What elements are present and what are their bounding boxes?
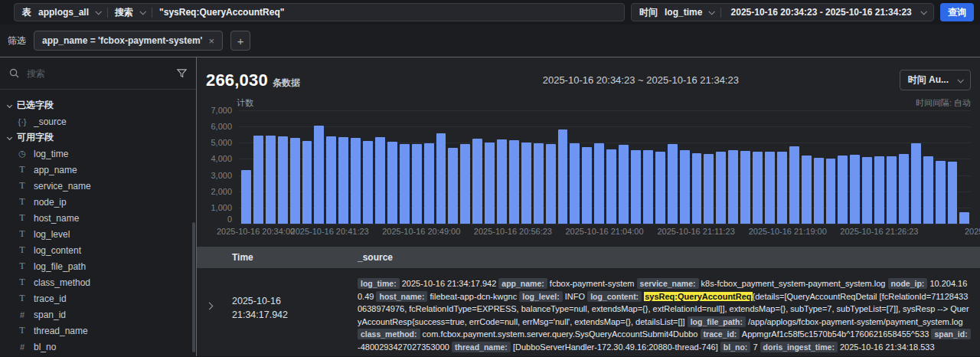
chart-bar[interactable] xyxy=(802,156,812,224)
chart-bar[interactable] xyxy=(546,144,556,224)
chart-bar[interactable] xyxy=(521,142,531,224)
field-search-input[interactable] xyxy=(27,68,169,79)
chart-bar[interactable] xyxy=(668,144,678,224)
chart-bar[interactable] xyxy=(241,170,251,224)
search-mode-select[interactable]: 搜索 xyxy=(115,6,133,19)
chart-bar[interactable] xyxy=(765,152,775,224)
date-range-picker[interactable]: 2025-10-16 20:34:23 - 2025-10-16 21:34:2… xyxy=(728,7,914,18)
field-section-header[interactable]: 可用字段 xyxy=(0,129,196,146)
field-item-log_file_path[interactable]: Tlog_file_path xyxy=(0,258,196,274)
chart-bar[interactable] xyxy=(509,140,519,224)
chart-bar[interactable] xyxy=(619,145,629,224)
chart-bar[interactable] xyxy=(582,147,592,224)
chart-bar[interactable] xyxy=(716,152,726,224)
chart-bar[interactable] xyxy=(814,158,824,224)
y-tick-label: 5,000 xyxy=(211,138,232,147)
field-item-service_name[interactable]: Tservice_name xyxy=(0,178,196,194)
chart-bar[interactable] xyxy=(497,139,507,224)
chart-bar[interactable] xyxy=(606,149,616,224)
chart-bar[interactable] xyxy=(436,133,446,224)
chart-bar[interactable] xyxy=(838,156,848,224)
field-item-log_time[interactable]: ◷log_time xyxy=(0,146,196,162)
chart-bar[interactable] xyxy=(911,143,921,224)
x-axis-labels: 2025-10-16 20:34:002025-10-16 20:41:2320… xyxy=(238,225,971,237)
chart-bar[interactable] xyxy=(862,157,872,224)
field-item-host_name[interactable]: Thost_name xyxy=(0,210,196,226)
chart-bar[interactable] xyxy=(253,136,263,224)
chart-bar[interactable] xyxy=(558,129,568,224)
time-field-select[interactable]: log_time xyxy=(665,7,702,18)
chart-bar[interactable] xyxy=(375,137,385,224)
chart-bar[interactable] xyxy=(753,152,763,224)
chart-bar[interactable] xyxy=(948,162,958,224)
chart-bar[interactable] xyxy=(326,136,336,224)
chart-bar[interactable] xyxy=(936,161,946,224)
chart-bar[interactable] xyxy=(777,152,787,224)
field-item-_source[interactable]: {·}_source xyxy=(0,113,196,129)
chart-bar[interactable] xyxy=(424,143,434,224)
chart-bar[interactable] xyxy=(338,137,348,224)
field-item-log_level[interactable]: Tlog_level xyxy=(0,226,196,242)
chart-bar[interactable] xyxy=(728,150,738,224)
chart-bar[interactable] xyxy=(302,141,312,224)
chart-bar[interactable] xyxy=(826,159,836,224)
chart-bar[interactable] xyxy=(351,138,361,224)
column-header-source: _source xyxy=(358,252,980,263)
chart-bar[interactable] xyxy=(278,136,288,224)
chart-bar[interactable] xyxy=(655,152,665,224)
chart-bar[interactable] xyxy=(850,155,860,224)
chart-bar[interactable] xyxy=(704,154,714,224)
query-button[interactable]: 查询 xyxy=(940,3,974,21)
field-item-class_method[interactable]: Tclass_method xyxy=(0,274,196,290)
table-select[interactable]: applogs_all xyxy=(38,7,89,18)
field-item-trace_id[interactable]: Ttrace_id xyxy=(0,290,196,306)
add-filter-button[interactable]: + xyxy=(230,31,250,51)
chart-bar[interactable] xyxy=(789,146,799,224)
sidebar-scrollbar[interactable] xyxy=(192,222,195,352)
chart-bar[interactable] xyxy=(460,144,470,224)
filter-funnel-icon[interactable] xyxy=(177,69,187,78)
chevron-down-icon[interactable] xyxy=(709,8,715,15)
field-item-log_content[interactable]: Tlog_content xyxy=(0,242,196,258)
chart-bar[interactable] xyxy=(959,212,969,224)
chart-bar[interactable] xyxy=(692,153,702,224)
chart-bar[interactable] xyxy=(887,156,897,224)
chart-bar[interactable] xyxy=(923,156,933,224)
chart-bar[interactable] xyxy=(448,148,458,224)
chart-bar[interactable] xyxy=(266,136,276,224)
chart-bar[interactable] xyxy=(485,142,495,224)
chart-bar[interactable] xyxy=(412,144,422,224)
chart-bar[interactable] xyxy=(570,143,580,224)
filter-tag[interactable]: app_name = 'fcbox-payment-system' × xyxy=(34,31,223,51)
chart-bar[interactable] xyxy=(314,126,324,224)
chart-bar[interactable] xyxy=(631,150,641,224)
chevron-down-icon[interactable] xyxy=(95,8,101,15)
field-item-node_ip[interactable]: Tnode_ip xyxy=(0,194,196,210)
chart-bar[interactable] xyxy=(740,151,750,224)
field-section-header[interactable]: 已选字段 xyxy=(0,97,196,113)
chart-bar[interactable] xyxy=(290,138,300,224)
chart-bar[interactable] xyxy=(534,143,544,224)
close-icon[interactable]: × xyxy=(208,35,214,47)
field-item-thread_name[interactable]: Tthread_name xyxy=(0,323,196,339)
query-input[interactable] xyxy=(159,7,616,18)
chevron-down-icon[interactable] xyxy=(139,8,145,15)
chevron-down-icon xyxy=(7,135,12,140)
chart-bar[interactable] xyxy=(643,150,653,224)
chart-interval-dropdown[interactable]: 时间 Au... xyxy=(900,70,971,90)
chart-bar[interactable] xyxy=(387,142,397,224)
log-field-value: com.fcbox.payment.system.server.query.Sy… xyxy=(423,329,698,339)
chart-bar[interactable] xyxy=(899,154,909,224)
chart-bar[interactable] xyxy=(594,143,604,224)
chevron-down-icon[interactable] xyxy=(920,8,926,15)
chart-bar[interactable] xyxy=(400,144,410,224)
chart-bar[interactable] xyxy=(363,141,373,224)
chart-bar[interactable] xyxy=(472,139,482,224)
chart-bar[interactable] xyxy=(680,150,690,224)
y-axis-title: 计数 xyxy=(237,98,253,107)
field-item-span_id[interactable]: #span_id xyxy=(0,306,196,323)
expand-chevron-icon[interactable] xyxy=(206,303,214,310)
chart-bar[interactable] xyxy=(874,156,884,224)
field-item-bl_no[interactable]: #bl_no xyxy=(0,339,196,355)
field-item-app_name[interactable]: Tapp_name xyxy=(0,162,196,178)
